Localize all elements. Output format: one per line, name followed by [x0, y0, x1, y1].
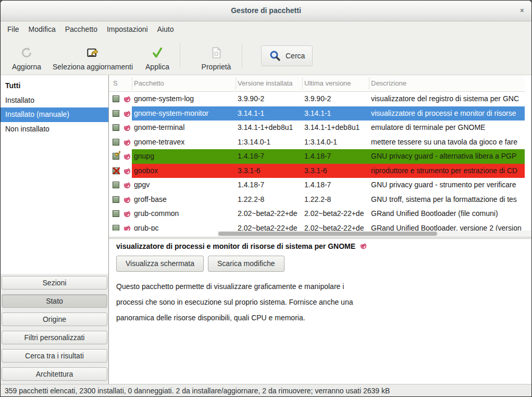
- package-status-icon: [113, 124, 121, 133]
- apply-button[interactable]: Applica: [140, 41, 175, 71]
- package-name: gnome-system-log: [134, 92, 235, 106]
- filter-list: Tutti Installato Installato (manuale) No…: [1, 75, 108, 274]
- filter-mode-button-filtri-personalizzati[interactable]: Filtri personalizzati: [2, 331, 107, 344]
- menubar: File Modifica Pacchetto Impostazioni Aiu…: [1, 21, 531, 37]
- package-status-icon: [113, 196, 121, 204]
- package-name: gnome-system-monitor: [134, 106, 235, 121]
- debian-swirl-icon: [123, 110, 131, 118]
- package-status-icon: [113, 95, 121, 104]
- filter-mode-button-stato[interactable]: Stato: [2, 294, 107, 308]
- statusbar: 359 pacchetti elencati, 2300 installati,…: [1, 384, 531, 397]
- installed-version: 1.22.2-8: [238, 193, 301, 207]
- latest-version: 3.14.1-1+deb8u1: [304, 121, 368, 135]
- package-description: visualizzatore del registro di sistema p…: [371, 92, 525, 106]
- toolbar: Aggiorna Seleziona aggiornamenti Applica: [1, 37, 531, 75]
- column-header-latest-version[interactable]: Ultima versione: [304, 75, 367, 92]
- installed-version: 3.3.1-6: [238, 164, 301, 178]
- properties-button[interactable]: Proprietà: [196, 41, 237, 71]
- menu-item[interactable]: Modifica: [24, 22, 60, 36]
- package-row[interactable]: gnome-tetravex 1:3.14.0-1 1:3.14.0-1 met…: [109, 135, 525, 150]
- package-row[interactable]: gpgv 1.4.18-7 1.4.18-7 GNU privacy guard…: [109, 178, 525, 193]
- filter-list-item[interactable]: Installato (manuale): [1, 107, 108, 122]
- debian-swirl-icon: [123, 196, 131, 204]
- package-description: emulatore di terminale per GNOME: [371, 121, 525, 135]
- column-header-description[interactable]: Descrizione: [371, 75, 522, 92]
- apply-check-icon: [151, 44, 164, 61]
- remove-cross-icon: [113, 167, 120, 175]
- package-row[interactable]: gnupg 1.4.18-7 1.4.18-7 GNU privacy guar…: [109, 149, 525, 164]
- search-button-label: Cerca: [286, 52, 305, 60]
- reinstall-arrow-icon: [114, 151, 121, 158]
- package-status-icon: [113, 224, 121, 231]
- column-header-package[interactable]: Pacchetto: [134, 75, 233, 92]
- menu-item[interactable]: Impostazioni: [102, 22, 153, 36]
- get-changelog-button[interactable]: Scarica modifiche: [208, 256, 284, 272]
- package-name: gnupg: [134, 149, 235, 164]
- horizontal-scrollbar-thumb[interactable]: [218, 232, 437, 236]
- debian-swirl-icon: [360, 242, 367, 250]
- package-row[interactable]: gnome-terminal 3.14.1-1+deb8u1 3.14.1-1+…: [109, 121, 525, 135]
- latest-version: 1.22.2-8: [304, 193, 368, 207]
- installed-version: 2.02~beta2-22+de: [238, 207, 301, 221]
- package-description: GNU troff, sistema per la formattazione …: [371, 193, 525, 207]
- menu-item[interactable]: Pacchetto: [60, 22, 102, 36]
- filter-mode-button-cerca-tra-i-risultati[interactable]: Cerca tra i risultati: [2, 349, 107, 363]
- refresh-button[interactable]: Aggiorna: [8, 41, 45, 71]
- package-description: visualizzatore di processi e monitor di …: [371, 106, 525, 121]
- filter-mode-button-architettura[interactable]: Architettura: [2, 367, 107, 381]
- menu-item[interactable]: Aiuto: [153, 22, 179, 36]
- package-status-icon: [113, 138, 121, 147]
- debian-swirl-icon: [123, 138, 131, 147]
- package-row[interactable]: grub-common 2.02~beta2-22+de 2.02~beta2-…: [109, 207, 525, 221]
- description-line: panoramica delle risorse disponibili, qu…: [116, 310, 512, 326]
- horizontal-scrollbar[interactable]: [217, 231, 532, 237]
- filter-mode-button-origine[interactable]: Origine: [2, 312, 107, 326]
- installed-version: 3.14.1-1+deb8u1: [238, 121, 301, 135]
- filter-list-item[interactable]: Installato: [1, 93, 108, 108]
- debian-swirl-icon: [123, 167, 131, 175]
- package-description: mettere tessere su una tavola da gioco e…: [371, 135, 525, 150]
- mark-upgrades-icon: [85, 44, 100, 61]
- menu-item[interactable]: File: [3, 22, 24, 36]
- package-row[interactable]: groff-base 1.22.2-8 1.22.2-8 GNU troff, …: [109, 193, 525, 207]
- installed-version: 3.14.1-1: [238, 106, 301, 121]
- description-line: processi che sono in esecuzione sul prop…: [116, 294, 512, 310]
- package-row[interactable]: gnome-system-monitor 3.14.1-1 3.14.1-1 v…: [109, 106, 525, 121]
- installed-version: 3.9.90-2: [238, 92, 301, 106]
- filter-selector-panel: SezioniStatoOrigineFiltri personalizzati…: [1, 274, 108, 384]
- latest-version: 3.3.1-6: [304, 164, 368, 178]
- details-title: visualizzatore di processi e monitor di …: [116, 242, 367, 250]
- latest-version: 1.4.18-7: [304, 149, 368, 164]
- package-name: gnome-terminal: [134, 121, 235, 135]
- package-description: GRand Unified Bootloader (file comuni): [371, 207, 525, 221]
- package-details-pane: visualizzatore di processi e monitor di …: [109, 239, 532, 384]
- latest-version: 2.02~beta2-22+de: [304, 221, 368, 231]
- debian-swirl-icon: [123, 95, 131, 103]
- installed-version: 1:3.14.0-1: [238, 135, 301, 150]
- package-status-icon: [113, 167, 121, 176]
- filter-list-item[interactable]: Tutti: [1, 79, 108, 93]
- package-row[interactable]: grub-pc 2.02~beta2-22+de 2.02~beta2-22+d…: [109, 221, 525, 231]
- package-row[interactable]: gnome-system-log 3.9.90-2 3.9.90-2 visua…: [109, 92, 525, 106]
- latest-version: 3.9.90-2: [304, 92, 368, 106]
- package-status-icon: [113, 210, 121, 219]
- properties-icon: [209, 44, 223, 61]
- table-header: S Pacchetto Versione installata Ultima v…: [109, 75, 525, 92]
- mark-upgrades-button[interactable]: Seleziona aggiornamenti: [52, 41, 134, 71]
- package-description: GRand Unified Bootloader, versione 2 (ve…: [371, 221, 525, 231]
- column-header-status[interactable]: S: [113, 75, 129, 92]
- package-name: grub-pc: [134, 221, 235, 231]
- package-row[interactable]: goobox 3.3.1-6 3.3.1-6 riproduttore e st…: [109, 164, 525, 178]
- column-header-installed-version[interactable]: Versione installata: [238, 75, 300, 92]
- filter-mode-button-sezioni[interactable]: Sezioni: [2, 276, 107, 290]
- close-icon[interactable]: ×: [520, 6, 524, 15]
- debian-swirl-icon: [123, 152, 131, 161]
- package-table: S Pacchetto Versione installata Ultima v…: [109, 75, 532, 237]
- panel-divider: [108, 75, 109, 384]
- search-button[interactable]: Cerca: [261, 45, 313, 66]
- debian-swirl-icon: [123, 224, 131, 231]
- titlebar: Gestore di pacchetti ×: [1, 1, 531, 21]
- filter-list-item[interactable]: Non installato: [1, 122, 108, 137]
- package-name: gnome-tetravex: [134, 135, 235, 150]
- get-screenshot-button[interactable]: Visualizza schermata: [116, 256, 204, 272]
